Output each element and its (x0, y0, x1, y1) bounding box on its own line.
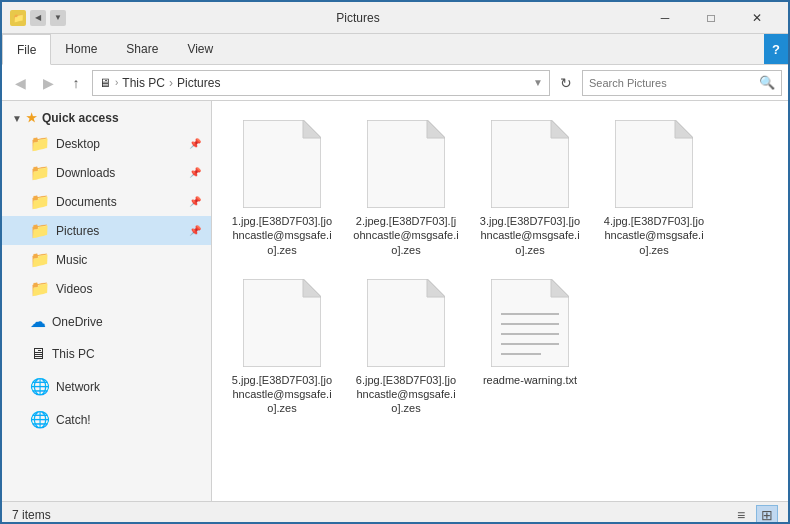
forward-button[interactable]: ▶ (36, 71, 60, 95)
close-button[interactable]: ✕ (734, 2, 780, 34)
thispc-icon: 🖥 (30, 345, 46, 363)
svg-marker-13 (551, 279, 569, 297)
file-item[interactable]: 6.jpg.[E38D7F03].[johncastle@msgsafe.io]… (346, 270, 466, 425)
sidebar-item-music[interactable]: 📁 Music (2, 245, 211, 274)
pin-icon-desktop: 📌 (189, 138, 201, 149)
view-controls: ≡ ⊞ (730, 505, 778, 525)
quick-access-icon1: ◀ (30, 10, 46, 26)
tab-home[interactable]: Home (51, 34, 112, 64)
large-icon-view-button[interactable]: ⊞ (756, 505, 778, 525)
svg-marker-5 (551, 120, 569, 138)
sidebar: ▼ ★ Quick access 📁 Desktop 📌 📁 Downloads… (2, 101, 212, 501)
ribbon: File Home Share View ? (2, 34, 788, 65)
search-input[interactable] (589, 77, 755, 89)
sidebar-item-desktop[interactable]: 📁 Desktop 📌 (2, 129, 211, 158)
main-layout: ▼ ★ Quick access 📁 Desktop 📌 📁 Downloads… (2, 101, 788, 501)
file-icon (490, 120, 570, 210)
downloads-folder-icon: 📁 (30, 163, 50, 182)
address-path[interactable]: 🖥 › This PC › Pictures ▼ (92, 70, 550, 96)
sidebar-item-pictures[interactable]: 📁 Pictures 📌 (2, 216, 211, 245)
quick-access-header[interactable]: ▼ ★ Quick access (2, 107, 211, 129)
list-view-button[interactable]: ≡ (730, 505, 752, 525)
sidebar-item-network[interactable]: 🌐 Network (2, 372, 211, 401)
file-name: 3.jpg.[E38D7F03].[johncastle@msgsafe.io]… (477, 214, 583, 257)
title-bar: 📁 ◀ ▼ Pictures ─ □ ✕ (2, 2, 788, 34)
search-box[interactable]: 🔍 (582, 70, 782, 96)
sidebar-item-desktop-label: Desktop (56, 137, 100, 151)
catch-icon: 🌐 (30, 410, 50, 429)
minimize-button[interactable]: ─ (642, 2, 688, 34)
path-icon: 🖥 (99, 76, 111, 90)
file-name: 5.jpg.[E38D7F03].[johncastle@msgsafe.io]… (229, 373, 335, 416)
file-icon (614, 120, 694, 210)
file-name: 4.jpg.[E38D7F03].[johncastle@msgsafe.io]… (601, 214, 707, 257)
svg-marker-7 (675, 120, 693, 138)
file-content: 1.jpg.[E38D7F03].[johncastle@msgsafe.io]… (212, 101, 788, 501)
sidebar-item-thispc[interactable]: 🖥 This PC (2, 340, 211, 368)
pin-icon-downloads: 📌 (189, 167, 201, 178)
path-dropdown-icon[interactable]: ▼ (533, 77, 543, 88)
file-icon (242, 120, 322, 210)
svg-marker-9 (303, 279, 321, 297)
pin-icon-pictures: 📌 (189, 225, 201, 236)
file-icon (242, 279, 322, 369)
pin-icon-documents: 📌 (189, 196, 201, 207)
sidebar-item-catch-label: Catch! (56, 413, 91, 427)
path-this-pc[interactable]: This PC (122, 76, 165, 90)
onedrive-icon: ☁ (30, 312, 46, 331)
sidebar-item-downloads-label: Downloads (56, 166, 115, 180)
file-item[interactable]: 5.jpg.[E38D7F03].[johncastle@msgsafe.io]… (222, 270, 342, 425)
quick-access-section: ▼ ★ Quick access 📁 Desktop 📌 📁 Downloads… (2, 107, 211, 303)
file-name: 2.jpeg.[E38D7F03].[johncastle@msgsafe.io… (353, 214, 459, 257)
file-item[interactable]: readme-warning.txt (470, 270, 590, 425)
file-name: readme-warning.txt (483, 373, 577, 387)
network-section: 🌐 Network (2, 372, 211, 401)
tab-share[interactable]: Share (112, 34, 173, 64)
sidebar-item-videos[interactable]: 📁 Videos (2, 274, 211, 303)
pictures-folder-icon: 📁 (30, 221, 50, 240)
quick-access-chevron: ▼ (12, 113, 22, 124)
svg-marker-11 (427, 279, 445, 297)
catch-section: 🌐 Catch! (2, 405, 211, 434)
svg-marker-1 (303, 120, 321, 138)
sidebar-item-documents-label: Documents (56, 195, 117, 209)
onedrive-section: ☁ OneDrive (2, 307, 211, 336)
path-pictures[interactable]: Pictures (177, 76, 220, 90)
tab-view[interactable]: View (173, 34, 228, 64)
sidebar-item-onedrive-label: OneDrive (52, 315, 103, 329)
ribbon-tabs: File Home Share View ? (2, 34, 788, 64)
refresh-button[interactable]: ↻ (554, 71, 578, 95)
file-item[interactable]: 2.jpeg.[E38D7F03].[johncastle@msgsafe.io… (346, 111, 466, 266)
sidebar-item-music-label: Music (56, 253, 87, 267)
sidebar-item-catch[interactable]: 🌐 Catch! (2, 405, 211, 434)
network-icon: 🌐 (30, 377, 50, 396)
svg-marker-3 (427, 120, 445, 138)
quick-access-icon2: ▼ (50, 10, 66, 26)
file-item[interactable]: 4.jpg.[E38D7F03].[johncastle@msgsafe.io]… (594, 111, 714, 266)
file-item[interactable]: 1.jpg.[E38D7F03].[johncastle@msgsafe.io]… (222, 111, 342, 266)
file-icon (366, 120, 446, 210)
title-bar-icons: 📁 ◀ ▼ (10, 10, 66, 26)
file-name: 6.jpg.[E38D7F03].[johncastle@msgsafe.io]… (353, 373, 459, 416)
sidebar-item-onedrive[interactable]: ☁ OneDrive (2, 307, 211, 336)
sidebar-item-videos-label: Videos (56, 282, 92, 296)
maximize-button[interactable]: □ (688, 2, 734, 34)
music-folder-icon: 📁 (30, 250, 50, 269)
sidebar-item-thispc-label: This PC (52, 347, 95, 361)
file-item[interactable]: 3.jpg.[E38D7F03].[johncastle@msgsafe.io]… (470, 111, 590, 266)
address-bar: ◀ ▶ ↑ 🖥 › This PC › Pictures ▼ ↻ 🔍 (2, 65, 788, 101)
tab-file[interactable]: File (2, 34, 51, 65)
help-button[interactable]: ? (764, 34, 788, 64)
back-button[interactable]: ◀ (8, 71, 32, 95)
file-name: 1.jpg.[E38D7F03].[johncastle@msgsafe.io]… (229, 214, 335, 257)
sidebar-item-downloads[interactable]: 📁 Downloads 📌 (2, 158, 211, 187)
search-icon: 🔍 (759, 75, 775, 90)
sidebar-item-pictures-label: Pictures (56, 224, 99, 238)
status-bar: 7 items ≡ ⊞ (2, 501, 788, 524)
thispc-section: 🖥 This PC (2, 340, 211, 368)
file-icon (366, 279, 446, 369)
videos-folder-icon: 📁 (30, 279, 50, 298)
sidebar-item-documents[interactable]: 📁 Documents 📌 (2, 187, 211, 216)
up-button[interactable]: ↑ (64, 71, 88, 95)
quick-access-label: Quick access (42, 111, 119, 125)
